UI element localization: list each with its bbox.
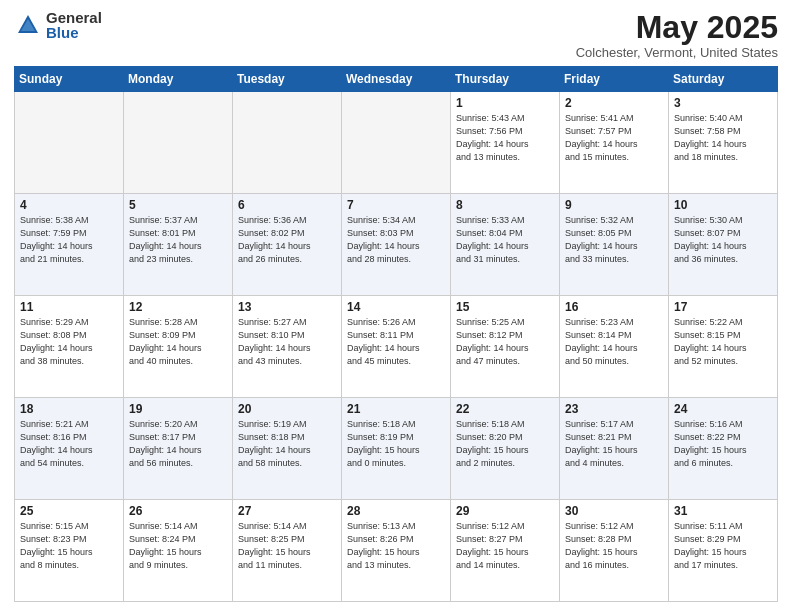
calendar-cell: 4Sunrise: 5:38 AM Sunset: 7:59 PM Daylig… [15, 194, 124, 296]
day-number: 2 [565, 96, 663, 110]
day-info: Sunrise: 5:20 AM Sunset: 8:17 PM Dayligh… [129, 418, 227, 470]
calendar-week-3: 11Sunrise: 5:29 AM Sunset: 8:08 PM Dayli… [15, 296, 778, 398]
calendar-cell: 14Sunrise: 5:26 AM Sunset: 8:11 PM Dayli… [342, 296, 451, 398]
day-info: Sunrise: 5:36 AM Sunset: 8:02 PM Dayligh… [238, 214, 336, 266]
calendar-cell: 16Sunrise: 5:23 AM Sunset: 8:14 PM Dayli… [560, 296, 669, 398]
day-number: 14 [347, 300, 445, 314]
calendar-cell [124, 92, 233, 194]
day-number: 4 [20, 198, 118, 212]
day-info: Sunrise: 5:21 AM Sunset: 8:16 PM Dayligh… [20, 418, 118, 470]
weekday-header-thursday: Thursday [451, 67, 560, 92]
day-info: Sunrise: 5:29 AM Sunset: 8:08 PM Dayligh… [20, 316, 118, 368]
calendar-cell: 26Sunrise: 5:14 AM Sunset: 8:24 PM Dayli… [124, 500, 233, 602]
day-info: Sunrise: 5:16 AM Sunset: 8:22 PM Dayligh… [674, 418, 772, 470]
calendar-cell: 1Sunrise: 5:43 AM Sunset: 7:56 PM Daylig… [451, 92, 560, 194]
day-info: Sunrise: 5:26 AM Sunset: 8:11 PM Dayligh… [347, 316, 445, 368]
day-number: 16 [565, 300, 663, 314]
day-number: 10 [674, 198, 772, 212]
day-number: 3 [674, 96, 772, 110]
calendar-cell [342, 92, 451, 194]
day-info: Sunrise: 5:27 AM Sunset: 8:10 PM Dayligh… [238, 316, 336, 368]
calendar-cell: 23Sunrise: 5:17 AM Sunset: 8:21 PM Dayli… [560, 398, 669, 500]
weekday-header-sunday: Sunday [15, 67, 124, 92]
day-info: Sunrise: 5:17 AM Sunset: 8:21 PM Dayligh… [565, 418, 663, 470]
day-number: 27 [238, 504, 336, 518]
day-number: 18 [20, 402, 118, 416]
day-number: 6 [238, 198, 336, 212]
day-info: Sunrise: 5:33 AM Sunset: 8:04 PM Dayligh… [456, 214, 554, 266]
calendar-cell: 2Sunrise: 5:41 AM Sunset: 7:57 PM Daylig… [560, 92, 669, 194]
day-info: Sunrise: 5:43 AM Sunset: 7:56 PM Dayligh… [456, 112, 554, 164]
day-info: Sunrise: 5:40 AM Sunset: 7:58 PM Dayligh… [674, 112, 772, 164]
weekday-header-saturday: Saturday [669, 67, 778, 92]
calendar-cell: 8Sunrise: 5:33 AM Sunset: 8:04 PM Daylig… [451, 194, 560, 296]
calendar-cell: 10Sunrise: 5:30 AM Sunset: 8:07 PM Dayli… [669, 194, 778, 296]
calendar-cell: 5Sunrise: 5:37 AM Sunset: 8:01 PM Daylig… [124, 194, 233, 296]
calendar-cell: 22Sunrise: 5:18 AM Sunset: 8:20 PM Dayli… [451, 398, 560, 500]
calendar-cell: 9Sunrise: 5:32 AM Sunset: 8:05 PM Daylig… [560, 194, 669, 296]
day-info: Sunrise: 5:34 AM Sunset: 8:03 PM Dayligh… [347, 214, 445, 266]
day-info: Sunrise: 5:41 AM Sunset: 7:57 PM Dayligh… [565, 112, 663, 164]
day-number: 12 [129, 300, 227, 314]
calendar-cell: 12Sunrise: 5:28 AM Sunset: 8:09 PM Dayli… [124, 296, 233, 398]
day-number: 5 [129, 198, 227, 212]
day-info: Sunrise: 5:25 AM Sunset: 8:12 PM Dayligh… [456, 316, 554, 368]
weekday-header-wednesday: Wednesday [342, 67, 451, 92]
calendar-cell: 25Sunrise: 5:15 AM Sunset: 8:23 PM Dayli… [15, 500, 124, 602]
day-number: 29 [456, 504, 554, 518]
calendar-cell: 27Sunrise: 5:14 AM Sunset: 8:25 PM Dayli… [233, 500, 342, 602]
calendar-cell: 6Sunrise: 5:36 AM Sunset: 8:02 PM Daylig… [233, 194, 342, 296]
calendar-cell [233, 92, 342, 194]
logo: General Blue [14, 10, 102, 40]
day-number: 23 [565, 402, 663, 416]
day-number: 25 [20, 504, 118, 518]
month-title: May 2025 [576, 10, 778, 45]
day-info: Sunrise: 5:14 AM Sunset: 8:24 PM Dayligh… [129, 520, 227, 572]
calendar-cell: 31Sunrise: 5:11 AM Sunset: 8:29 PM Dayli… [669, 500, 778, 602]
day-number: 11 [20, 300, 118, 314]
day-number: 30 [565, 504, 663, 518]
calendar-cell: 30Sunrise: 5:12 AM Sunset: 8:28 PM Dayli… [560, 500, 669, 602]
day-number: 15 [456, 300, 554, 314]
day-number: 9 [565, 198, 663, 212]
day-info: Sunrise: 5:38 AM Sunset: 7:59 PM Dayligh… [20, 214, 118, 266]
day-number: 26 [129, 504, 227, 518]
day-info: Sunrise: 5:19 AM Sunset: 8:18 PM Dayligh… [238, 418, 336, 470]
calendar-cell: 13Sunrise: 5:27 AM Sunset: 8:10 PM Dayli… [233, 296, 342, 398]
day-number: 21 [347, 402, 445, 416]
day-number: 20 [238, 402, 336, 416]
day-info: Sunrise: 5:18 AM Sunset: 8:19 PM Dayligh… [347, 418, 445, 470]
calendar-cell: 24Sunrise: 5:16 AM Sunset: 8:22 PM Dayli… [669, 398, 778, 500]
day-info: Sunrise: 5:30 AM Sunset: 8:07 PM Dayligh… [674, 214, 772, 266]
day-number: 13 [238, 300, 336, 314]
calendar-week-4: 18Sunrise: 5:21 AM Sunset: 8:16 PM Dayli… [15, 398, 778, 500]
calendar-cell: 17Sunrise: 5:22 AM Sunset: 8:15 PM Dayli… [669, 296, 778, 398]
day-number: 17 [674, 300, 772, 314]
calendar-week-5: 25Sunrise: 5:15 AM Sunset: 8:23 PM Dayli… [15, 500, 778, 602]
calendar-week-1: 1Sunrise: 5:43 AM Sunset: 7:56 PM Daylig… [15, 92, 778, 194]
location: Colchester, Vermont, United States [576, 45, 778, 60]
day-number: 7 [347, 198, 445, 212]
weekday-header-monday: Monday [124, 67, 233, 92]
calendar-cell: 7Sunrise: 5:34 AM Sunset: 8:03 PM Daylig… [342, 194, 451, 296]
calendar-table: SundayMondayTuesdayWednesdayThursdayFrid… [14, 66, 778, 602]
day-info: Sunrise: 5:22 AM Sunset: 8:15 PM Dayligh… [674, 316, 772, 368]
day-number: 1 [456, 96, 554, 110]
calendar-cell: 19Sunrise: 5:20 AM Sunset: 8:17 PM Dayli… [124, 398, 233, 500]
calendar-week-2: 4Sunrise: 5:38 AM Sunset: 7:59 PM Daylig… [15, 194, 778, 296]
day-info: Sunrise: 5:28 AM Sunset: 8:09 PM Dayligh… [129, 316, 227, 368]
calendar-cell: 3Sunrise: 5:40 AM Sunset: 7:58 PM Daylig… [669, 92, 778, 194]
logo-blue-text: Blue [46, 25, 102, 40]
day-info: Sunrise: 5:15 AM Sunset: 8:23 PM Dayligh… [20, 520, 118, 572]
calendar-cell: 18Sunrise: 5:21 AM Sunset: 8:16 PM Dayli… [15, 398, 124, 500]
calendar-cell: 15Sunrise: 5:25 AM Sunset: 8:12 PM Dayli… [451, 296, 560, 398]
calendar-cell [15, 92, 124, 194]
day-info: Sunrise: 5:32 AM Sunset: 8:05 PM Dayligh… [565, 214, 663, 266]
day-info: Sunrise: 5:12 AM Sunset: 8:28 PM Dayligh… [565, 520, 663, 572]
logo-text: General Blue [46, 10, 102, 40]
weekday-header-row: SundayMondayTuesdayWednesdayThursdayFrid… [15, 67, 778, 92]
day-number: 28 [347, 504, 445, 518]
weekday-header-tuesday: Tuesday [233, 67, 342, 92]
day-info: Sunrise: 5:18 AM Sunset: 8:20 PM Dayligh… [456, 418, 554, 470]
calendar-cell: 21Sunrise: 5:18 AM Sunset: 8:19 PM Dayli… [342, 398, 451, 500]
